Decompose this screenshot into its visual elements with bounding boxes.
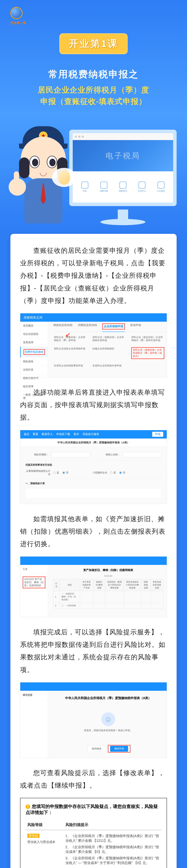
period-input[interactable] — [51, 452, 90, 457]
section-header: 优惠及附报事项有关信息 — [26, 463, 52, 466]
ss2-form-title: 中华人民共和国企业所得税月（季）度预缴纳税申报表（A类） — [20, 438, 167, 447]
risk-empty-msg: 恭喜您，风险扫描未发现风险！请放心申报。 — [54, 729, 162, 732]
monitor-browser-bar — [73, 133, 173, 140]
menu-item-highlight[interactable]: 居民企业（查账征收）企业所得税月（季）度申报（填表式） — [130, 346, 165, 360]
logo-badge-icon — [10, 7, 23, 19]
logo-area: 开业第一课 — [0, 7, 187, 25]
risk-empty-state: 恭喜您，风险扫描未发现风险！请放心申报。 — [54, 705, 162, 741]
ss1-header: 国家税务总局 — [20, 313, 167, 322]
intro-box: 常用税费纳税申报之 居民企业企业所得税月（季）度 申报（查账征收-填表式申报） — [10, 63, 177, 112]
tab-active[interactable]: 企业所得税申报 — [102, 323, 125, 332]
page-header: 开业第1课 — [0, 28, 187, 56]
toolbar-btn[interactable]: 数据导入 — [42, 432, 53, 436]
sidebar-item[interactable]: 核定管理 — [20, 382, 48, 391]
content-card: 查账征收的居民企业需要申报月（季）度企业所得税的，可以登录新电子税局，点击【我要… — [10, 234, 177, 868]
nav-icon — [139, 182, 145, 189]
ss4-title: 中华人民共和国企业所得税月（季）度预缴纳税申报表（A类） — [54, 696, 162, 700]
menu-item[interactable]: 居民企业（核定征收）企业所得税月（季）度和年度申报 — [130, 335, 165, 343]
sidebar-item[interactable]: 综合信息报告 — [20, 330, 48, 338]
th: 纳税调减金额 — [141, 579, 150, 591]
btn-continue-declare[interactable]: 继续申报 — [110, 746, 128, 752]
company-input[interactable] — [123, 452, 161, 457]
monitor-nav-item: 我要查询 — [114, 175, 132, 199]
monitor-nav: 首页 我要办税 我要查询 互动中心 公众服务 — [73, 172, 173, 203]
paragraph-4: 填报完成后，可以选择【风险提示服务】，系统将把申报数据传递到后台进行风险比对。如… — [20, 626, 167, 676]
nav-icon — [81, 182, 88, 189]
menu-item[interactable]: 非居民企业所得税季度申报 — [53, 363, 87, 368]
asset-depreciation-table: 行次 项目 本年享受优惠的资产原值 账载折旧/摊销金额 按照税收一般规定计算的折… — [53, 579, 163, 609]
menu-item[interactable]: 扣缴企业所得税报告 — [92, 346, 126, 360]
sidebar-item[interactable]: 一般退（抵）税管理 — [20, 391, 48, 402]
title-badge: 开业第1课 — [60, 33, 127, 54]
nav-icon — [119, 182, 126, 189]
toolbar-btn[interactable]: 风险提示服务 — [83, 432, 99, 436]
nav-icon — [101, 182, 107, 189]
warning-icon: ! — [26, 804, 30, 809]
ss1-menu-grid: 居民企业（查账征收）企业所得税月（季）度申报 居民企业（查账征收）企业所得税年度… — [53, 335, 165, 368]
sidebar-item[interactable]: 首页概览 — [20, 322, 48, 330]
tab[interactable]: 消费税及附加税 — [78, 323, 97, 330]
sidebar-item[interactable]: 税务行政许可 — [20, 374, 48, 382]
radio-yes[interactable] — [110, 471, 112, 474]
report-list-item-active[interactable]: A201020 资产加速折旧、摊销（扣除）优惠明细表 — [20, 574, 48, 591]
toolbar-btn[interactable]: 暂存 — [74, 432, 79, 436]
egg-icon — [58, 170, 70, 185]
risk-detail-card: !您填写的申报数据中存在以下风险疑点，请您自查核实，风险疑点详情如下： 风险等级… — [20, 798, 167, 868]
field-label: 纳税人名称： — [97, 453, 123, 456]
menu-item[interactable]: 居民企业（查账征收）企业所得税年度申报 — [92, 335, 126, 343]
risk-table: 风险等级 风险扫描提示 警告级 营业收入与营业成本 1、《企业所得税月（季）度预… — [26, 820, 161, 868]
ss2-toolbar: 返回 重置 数据导入 申报表下载 暂存 风险提示服务 申报 — [20, 430, 167, 438]
table-row: 2 二、一次性扣除 — [53, 603, 163, 609]
monitor-nav-item: 首页 — [76, 175, 94, 199]
th-risk-msg: 风险扫描提示 — [64, 820, 161, 830]
risk-card-title: !您填写的申报数据中存在以下风险疑点，请您自查核实，风险疑点详情如下： — [26, 803, 161, 815]
tab[interactable]: 增值税及附加税 — [53, 323, 73, 330]
radio-no[interactable] — [119, 471, 122, 474]
risk-row: 警告级 营业收入与营业成本 1、《企业所得税月（季）度预缴纳税申报表(A类)》第… — [26, 830, 161, 868]
sidebar-item[interactable]: 证明开具 — [20, 366, 48, 374]
intro-subtitle-2: 申报（查账征收-填表式申报） — [15, 96, 172, 107]
monitor-nav-item: 互动中心 — [133, 175, 151, 199]
paragraph-3: 如需填报其他表单，如《资产加速折旧、摊销（扣除）优惠明细表》，则点击左侧报表列表… — [20, 513, 167, 550]
logo-text: 开业第一课 — [10, 21, 31, 25]
risk-msg-cell: 1、《企业所得税月（季）度预缴纳税申报表(A类)》第1行 "营业收入" 累计金额… — [64, 830, 161, 868]
monitor-banner: 电子税局 — [73, 140, 173, 172]
th: 享受加速政策计算的折旧/摊销金额 — [124, 579, 141, 591]
th: 享受加速政策优惠金额 — [150, 579, 163, 591]
toolbar-btn[interactable]: 申报表下载 — [56, 432, 70, 436]
sidebar-item-active[interactable]: 税费申报及缴纳 — [20, 347, 48, 358]
monitor-nav-item: 我要办税 — [95, 175, 113, 199]
field-label: 税款所属期： — [26, 453, 51, 456]
menu-item[interactable]: 居民企业清算企业所得税申报 — [53, 346, 87, 360]
screenshot-menu-nav: 国家税务总局 首页概览 综合信息报告 发票使用 税费申报及缴纳 税收减免 证明开… — [20, 313, 167, 377]
monitor-illustration: 电子税局 首页 我要办税 我要查询 互动中心 公众服务 — [69, 130, 177, 206]
ss3-report-list: 主表 A201020 资产加速折旧、摊销（扣除）优惠明细表 — [20, 565, 48, 617]
nav-icon — [157, 182, 164, 189]
sidebar-item[interactable]: 税收减免 — [20, 358, 48, 366]
btn-back-modify[interactable]: 返回修改 — [87, 746, 106, 752]
tab[interactable]: 其他申报 — [130, 323, 141, 330]
screenshot-form-fill: 返回 重置 数据导入 申报表下载 暂存 风险提示服务 申报 中华人民共和国企业所… — [20, 430, 167, 504]
ss1-tabs: 增值税及附加税 消费税及附加税 企业所得税申报 其他申报 — [53, 323, 165, 332]
toolbar-btn[interactable]: 申报 — [152, 432, 163, 437]
section-header: 一、预缴税款计算 — [26, 482, 45, 485]
toolbar-btn[interactable]: 重置 — [33, 432, 38, 436]
th-risk-level: 风险等级 — [26, 820, 64, 830]
intro-subtitle-1: 居民企业企业所得税月（季）度 — [15, 84, 172, 96]
ss4-sidebar: 填写进度 — [20, 691, 48, 758]
speech-bubble — [52, 168, 76, 187]
radio-no[interactable] — [63, 471, 65, 474]
radio-yes[interactable] — [53, 471, 55, 474]
field-label: 小型微利企业 — [82, 471, 110, 474]
toolbar-btn[interactable]: 返回 — [24, 432, 29, 436]
sidebar-item[interactable]: 发票使用 — [20, 338, 48, 347]
sidebar-section: 填写进度 — [20, 691, 48, 700]
form-row: 税款所属期： 纳税人名称： — [26, 452, 161, 457]
th: 账载折旧/摊销金额 — [93, 579, 105, 591]
highlight-arrow-icon: ↙ — [65, 331, 71, 338]
ss3-toolbar — [20, 557, 167, 565]
menu-item[interactable]: 非居民企业所得税年度申报 — [92, 363, 126, 368]
th: 本年享受优惠的资产原值 — [80, 579, 94, 591]
report-list-item[interactable]: 主表 — [20, 565, 48, 574]
paragraph-5: 您可查看风险提示后，选择【修改表单】，或者点击【继续申报】。 — [20, 767, 167, 792]
